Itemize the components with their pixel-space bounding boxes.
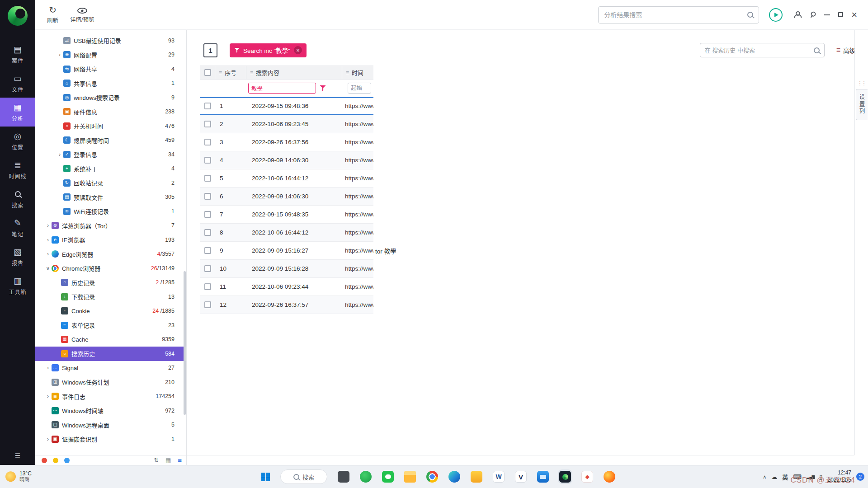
column-settings-button[interactable]: 设置列 <box>856 89 868 120</box>
expand-arrow-icon[interactable]: › <box>56 151 63 158</box>
preview-button[interactable]: 详情/预览 <box>70 6 94 23</box>
green-app-icon[interactable] <box>360 471 372 483</box>
tree-item[interactable]: ≡ 表单记录 23 <box>35 318 186 333</box>
yellow-app-icon[interactable] <box>471 471 482 483</box>
close-button[interactable] <box>851 10 857 20</box>
tree-item[interactable]: ⇄ USB最近使用记录 93 <box>35 33 186 48</box>
tree-item[interactable]: › ▣ 证据嵌套识别 1 <box>35 432 186 446</box>
remote-desktop-app-icon[interactable] <box>537 471 549 483</box>
row-checkbox[interactable] <box>204 265 211 272</box>
restore-button[interactable] <box>838 12 843 17</box>
pin-icon[interactable] <box>808 10 817 19</box>
doc-app-icon[interactable]: W <box>493 471 505 483</box>
tree-item[interactable]: ☾ 熄屏唤醒时间 459 <box>35 133 186 148</box>
refresh-button[interactable]: 刷新 <box>47 5 58 24</box>
expand-arrow-icon[interactable]: › <box>44 393 52 399</box>
tree-item[interactable]: ○ 开关机时间 476 <box>35 119 186 133</box>
row-checkbox[interactable] <box>204 139 211 145</box>
tree-item[interactable]: ○ 历史记录 2 /1285 <box>35 276 186 290</box>
wechat-icon[interactable] <box>382 471 394 483</box>
grid-view-icon[interactable] <box>165 457 171 464</box>
status-dot[interactable] <box>53 458 58 463</box>
row-checkbox[interactable] <box>204 175 211 182</box>
minimize-button[interactable] <box>824 14 830 15</box>
rail-item[interactable]: ≣ 时间线 <box>0 155 35 184</box>
browser-flame-icon[interactable] <box>604 471 615 483</box>
row-checkbox[interactable] <box>204 211 211 218</box>
column-header[interactable]: 序号 <box>215 66 246 79</box>
row-checkbox[interactable] <box>204 103 211 109</box>
battery-icon[interactable]: ▯ <box>819 474 822 480</box>
remove-filter-icon[interactable] <box>294 46 302 54</box>
drag-handle-icon[interactable] <box>858 80 866 86</box>
expand-arrow-icon[interactable]: › <box>44 365 52 371</box>
expand-arrow-icon[interactable]: › <box>44 222 52 229</box>
screenshot-tool-icon[interactable] <box>338 471 349 483</box>
tree-item[interactable]: › ≣ 事件日志 174254 <box>35 389 186 404</box>
advanced-search-button[interactable]: 高级 <box>836 46 855 55</box>
row-checkbox[interactable] <box>204 157 211 164</box>
search-icon[interactable] <box>814 47 820 53</box>
user-icon[interactable] <box>794 11 801 18</box>
edge-icon[interactable] <box>448 471 460 483</box>
tree-item[interactable]: › ⊕ 网络配置 29 <box>35 48 186 62</box>
tree-item[interactable]: › ⊚ 洋葱浏览器（Tor） 7 <box>35 219 186 233</box>
tree-item[interactable]: ◦ Cookie 24 /1885 <box>35 304 186 319</box>
notification-badge[interactable]: 2 <box>856 473 864 481</box>
status-dot[interactable] <box>64 458 70 463</box>
v-app-icon[interactable]: V <box>515 471 527 483</box>
network-icon[interactable]: ▂▄▆ <box>807 474 814 479</box>
tree-item[interactable]: ⊞ Windows任务计划 210 <box>35 375 186 389</box>
rail-item[interactable]: ▭ 文件 <box>0 69 35 98</box>
tree-item[interactable]: ∨ Chrome浏览器 26/13149 <box>35 261 186 276</box>
expand-arrow-icon[interactable]: ∨ <box>44 265 52 272</box>
start-button[interactable] <box>261 473 270 481</box>
rail-item[interactable]: 搜索 <box>0 184 35 213</box>
weather-widget[interactable]: 13°C 晴朗 <box>5 470 32 483</box>
expand-arrow-icon[interactable]: › <box>44 237 52 243</box>
chrome-icon[interactable] <box>426 471 438 483</box>
keyword-filter-funnel-icon[interactable] <box>320 85 326 91</box>
tree-item[interactable]: ≋ WiFi连接记录 1 <box>35 204 186 219</box>
cloud-icon[interactable]: ☁ <box>771 474 777 480</box>
tree-item[interactable]: ▦ Cache 9359 <box>35 333 186 347</box>
ime-icon[interactable]: ⌨ <box>793 474 802 480</box>
rail-item[interactable]: ✎ 笔记 <box>0 213 35 242</box>
tree-scrollbar[interactable] <box>184 271 186 415</box>
rail-item[interactable]: ▧ 报告 <box>0 242 35 271</box>
tree-item[interactable]: ○ 搜索历史 584 <box>35 347 186 361</box>
tree-item[interactable]: › ✓ 登录信息 34 <box>35 147 186 162</box>
global-search-input[interactable] <box>604 11 747 19</box>
tree-item[interactable]: ⌂ 共享信息 1 <box>35 76 186 91</box>
rail-item[interactable]: ▥ 工具箱 <box>0 271 35 300</box>
local-search-input[interactable] <box>705 47 814 54</box>
tree-item[interactable]: › … Signal 27 <box>35 361 186 375</box>
row-checkbox[interactable] <box>204 121 211 127</box>
tree-item[interactable]: ▢ Windows远程桌面 5 <box>35 418 186 432</box>
expand-arrow-icon[interactable]: › <box>44 436 52 442</box>
taskbar-clock[interactable]: 12:47 2022/11/5 <box>828 469 852 483</box>
column-menu-icon[interactable] <box>346 70 349 76</box>
row-checkbox[interactable] <box>204 193 211 200</box>
file-explorer-icon[interactable] <box>404 471 416 483</box>
expand-arrow-icon[interactable]: › <box>44 251 52 257</box>
row-checkbox[interactable] <box>204 229 211 236</box>
tree-item[interactable]: ◎ windows搜索记录 9 <box>35 90 186 105</box>
row-checkbox[interactable] <box>204 247 211 254</box>
tree-item[interactable]: › e IE浏览器 193 <box>35 233 186 247</box>
horizontal-scrollbar-track[interactable] <box>187 455 854 465</box>
select-all-checkbox[interactable] <box>204 69 211 76</box>
column-header[interactable]: 搜索内容 <box>246 66 342 79</box>
forensics-app-icon[interactable] <box>559 471 571 483</box>
column-menu-icon[interactable] <box>250 70 253 76</box>
column-menu-icon[interactable] <box>219 70 222 76</box>
status-dot[interactable] <box>42 458 47 463</box>
rail-item[interactable]: ◎ 位置 <box>0 127 35 155</box>
tree-item[interactable]: ⇆ 网络共享 4 <box>35 62 186 76</box>
rail-item[interactable]: ▤ 案件 <box>0 40 35 69</box>
tree-item[interactable]: ▤ 预读取文件 305 <box>35 190 186 205</box>
language-indicator[interactable]: 英 <box>782 473 788 481</box>
menu-icon[interactable] <box>0 450 35 461</box>
expand-collapse-icon[interactable] <box>154 457 159 464</box>
rail-item[interactable]: ▦ 分析 <box>0 98 35 127</box>
